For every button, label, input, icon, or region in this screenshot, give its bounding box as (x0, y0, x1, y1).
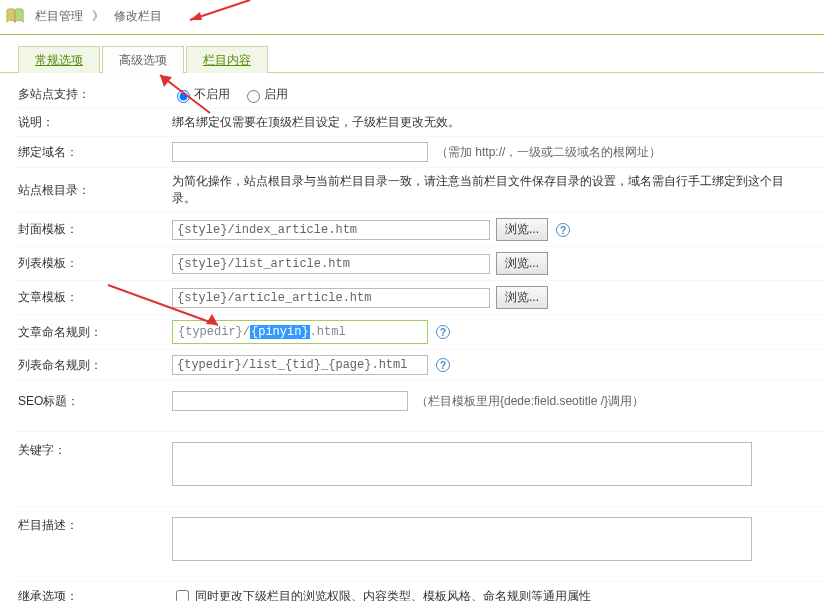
label-article-tpl: 文章模板： (18, 289, 172, 306)
label-seo-title: SEO标题： (18, 393, 172, 410)
tabs: 常规选项 高级选项 栏目内容 (0, 45, 824, 73)
svg-marker-1 (190, 12, 202, 20)
description-input[interactable] (172, 517, 752, 561)
row-domain: 绑定域名： （需加 http://，一级或二级域名的根网址） (18, 137, 824, 168)
tab-regular[interactable]: 常规选项 (18, 46, 100, 73)
cover-tpl-input[interactable] (172, 220, 490, 240)
row-article-rule: 文章命名规则： {typedir}/{pinyin}.html ? (18, 315, 824, 350)
label-siteroot: 站点根目录： (18, 182, 172, 199)
row-list-tpl: 列表模板： 浏览... (18, 247, 824, 281)
help-icon[interactable]: ? (436, 325, 450, 339)
inherit-checkbox[interactable]: 同时更改下级栏目的浏览权限、内容类型、模板风格、命名规则等通用属性 (172, 587, 591, 601)
form: 多站点支持： 不启用 启用 说明： 绑名绑定仅需要在顶级栏目设定，子级栏目更改无… (0, 73, 824, 601)
help-icon[interactable]: ? (556, 223, 570, 237)
breadcrumb: 栏目管理 》 修改栏目 (32, 8, 165, 25)
article-tpl-input[interactable] (172, 288, 490, 308)
row-note: 说明： 绑名绑定仅需要在顶级栏目设定，子级栏目更改无效。 (18, 109, 824, 137)
label-keywords: 关键字： (18, 442, 172, 459)
domain-input[interactable] (172, 142, 428, 162)
row-description: 栏目描述： (18, 507, 824, 582)
label-article-rule: 文章命名规则： (18, 324, 172, 341)
row-keywords: 关键字： (18, 432, 824, 507)
row-seo-title: SEO标题： （栏目模板里用{dede:field.seotitle /}调用） (18, 381, 824, 432)
radio-multisite-yes[interactable]: 启用 (242, 86, 288, 103)
label-description: 栏目描述： (18, 517, 172, 534)
row-multisite: 多站点支持： 不启用 启用 (18, 81, 824, 109)
label-multisite: 多站点支持： (18, 86, 172, 103)
label-cover-tpl: 封面模板： (18, 221, 172, 238)
row-article-tpl: 文章模板： 浏览... (18, 281, 824, 315)
article-rule-input[interactable]: {typedir}/{pinyin}.html (174, 322, 426, 342)
browse-button-article[interactable]: 浏览... (496, 286, 548, 309)
keywords-input[interactable] (172, 442, 752, 486)
row-inherit: 继承选项： 同时更改下级栏目的浏览权限、内容类型、模板风格、命名规则等通用属性 (18, 582, 824, 601)
tab-advanced[interactable]: 高级选项 (102, 46, 184, 73)
browse-button-cover[interactable]: 浏览... (496, 218, 548, 241)
help-icon[interactable]: ? (436, 358, 450, 372)
list-tpl-input[interactable] (172, 254, 490, 274)
browse-button-list[interactable]: 浏览... (496, 252, 548, 275)
breadcrumb-current: 修改栏目 (114, 9, 162, 23)
page-header: 栏目管理 》 修改栏目 (0, 0, 824, 35)
breadcrumb-root[interactable]: 栏目管理 (35, 9, 83, 23)
label-inherit: 继承选项： (18, 588, 172, 601)
row-cover-tpl: 封面模板： 浏览... ? (18, 213, 824, 247)
selected-token: {pinyin} (250, 325, 310, 339)
tab-content[interactable]: 栏目内容 (186, 46, 268, 73)
row-siteroot: 站点根目录： 为简化操作，站点根目录与当前栏目目录一致，请注意当前栏目文件保存目… (18, 168, 824, 213)
label-note: 说明： (18, 114, 172, 131)
label-domain: 绑定域名： (18, 144, 172, 161)
row-list-rule: 列表命名规则： ? (18, 350, 824, 381)
annotation-arrow-icon (180, 0, 260, 26)
svg-line-0 (190, 0, 250, 20)
list-rule-input[interactable] (172, 355, 428, 375)
siteroot-text: 为简化操作，站点根目录与当前栏目目录一致，请注意当前栏目文件保存目录的设置，域名… (172, 173, 792, 207)
domain-hint: （需加 http://，一级或二级域名的根网址） (436, 144, 661, 161)
article-rule-highlight: {typedir}/{pinyin}.html (172, 320, 428, 344)
seo-title-input[interactable] (172, 391, 408, 411)
seo-title-hint: （栏目模板里用{dede:field.seotitle /}调用） (416, 393, 644, 410)
note-text: 绑名绑定仅需要在顶级栏目设定，子级栏目更改无效。 (172, 114, 460, 131)
label-list-rule: 列表命名规则： (18, 357, 172, 374)
label-list-tpl: 列表模板： (18, 255, 172, 272)
book-icon (4, 6, 26, 28)
radio-multisite-no[interactable]: 不启用 (172, 86, 230, 103)
